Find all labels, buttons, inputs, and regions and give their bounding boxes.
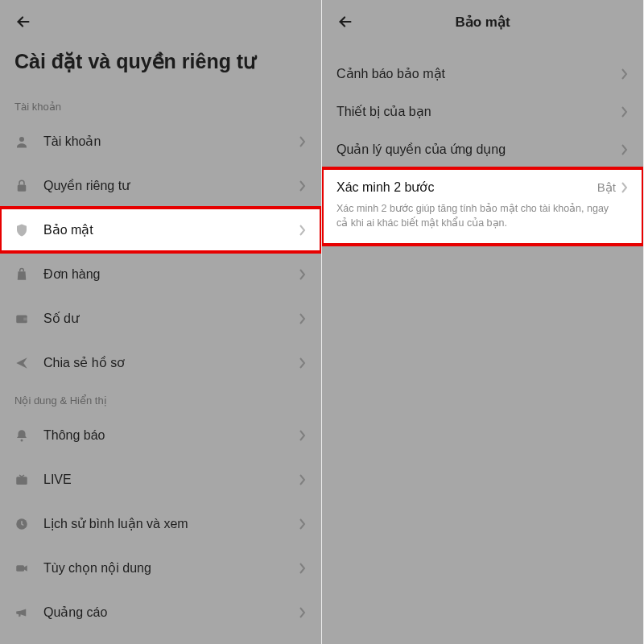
chevron-right-icon bbox=[299, 180, 307, 192]
list-item-label: Lịch sử bình luận và xem bbox=[35, 516, 299, 531]
bag-icon bbox=[14, 267, 35, 282]
chevron-right-icon bbox=[299, 357, 307, 369]
list-item-label: Chia sẻ hồ sơ bbox=[35, 355, 299, 370]
chevron-right-icon bbox=[299, 563, 307, 574]
chevron-right-icon bbox=[299, 225, 307, 236]
chevron-right-icon bbox=[299, 474, 307, 485]
list-item-label: Bảo mật bbox=[35, 222, 299, 237]
user-icon bbox=[14, 134, 35, 149]
settings-screen: Cài đặt và quyền riêng tư Tài khoản Tài … bbox=[0, 0, 322, 644]
section-content-label: Nội dung & Hiển thị bbox=[0, 385, 321, 413]
chevron-right-icon bbox=[299, 136, 307, 147]
share-icon bbox=[14, 356, 35, 370]
item-value: Bật bbox=[597, 180, 616, 195]
sidebar-item-privacy[interactable]: Quyền riêng tư bbox=[0, 163, 321, 208]
sidebar-item-share-profile[interactable]: Chia sẻ hồ sơ bbox=[0, 341, 321, 385]
svg-rect-5 bbox=[16, 477, 27, 485]
header: Bảo mật bbox=[322, 0, 643, 43]
item-title: Quản lý quyền của ứng dụng bbox=[336, 142, 621, 157]
chevron-right-icon bbox=[621, 68, 629, 80]
header bbox=[0, 0, 321, 43]
svg-rect-7 bbox=[16, 565, 24, 572]
live-icon bbox=[14, 473, 35, 487]
sidebar-item-ads[interactable]: Quảng cáo bbox=[0, 590, 321, 634]
item-title: Xác minh 2 bước bbox=[336, 180, 597, 195]
security-screen: Bảo mật Cảnh báo bảo mật Thiết bị của bạ… bbox=[322, 0, 644, 644]
megaphone-icon bbox=[14, 605, 35, 620]
chevron-right-icon bbox=[299, 313, 307, 324]
svg-point-4 bbox=[21, 439, 23, 441]
sidebar-item-history[interactable]: Lịch sử bình luận và xem bbox=[0, 502, 321, 546]
chevron-right-icon bbox=[621, 144, 629, 155]
svg-point-0 bbox=[19, 137, 24, 142]
wallet-icon bbox=[14, 312, 35, 326]
chevron-right-icon bbox=[299, 518, 307, 530]
item-subtitle: Xác minh 2 bước giúp tăng tính bảo mật c… bbox=[336, 201, 610, 230]
sidebar-item-content-pref[interactable]: Tùy chọn nội dung bbox=[0, 546, 321, 590]
security-alerts-item[interactable]: Cảnh báo bảo mật bbox=[322, 55, 643, 93]
item-title: Thiết bị của bạn bbox=[336, 104, 621, 119]
sidebar-item-account[interactable]: Tài khoản bbox=[0, 119, 321, 163]
page-title: Cài đặt và quyền riêng tư bbox=[0, 43, 321, 91]
item-title: Cảnh báo bảo mật bbox=[336, 66, 621, 81]
back-arrow-icon bbox=[336, 13, 354, 31]
sidebar-item-live[interactable]: LIVE bbox=[0, 457, 321, 502]
chevron-right-icon bbox=[621, 182, 629, 193]
list-item-label: LIVE bbox=[35, 473, 299, 487]
chevron-right-icon bbox=[299, 607, 307, 618]
list-item-label: Số dư bbox=[35, 311, 299, 326]
back-button[interactable] bbox=[335, 11, 356, 32]
list-item-label: Đơn hàng bbox=[35, 266, 299, 282]
header-title: Bảo mật bbox=[455, 14, 510, 31]
section-account-label: Tài khoản bbox=[0, 91, 321, 119]
chevron-right-icon bbox=[299, 269, 307, 280]
app-permissions-item[interactable]: Quản lý quyền của ứng dụng bbox=[322, 130, 643, 168]
list-item-label: Thông báo bbox=[35, 428, 299, 443]
video-icon bbox=[14, 561, 35, 576]
list-item-label: Quyền riêng tư bbox=[35, 178, 299, 193]
list-item-label: Tài khoản bbox=[35, 134, 299, 149]
svg-rect-3 bbox=[23, 317, 27, 320]
svg-rect-1 bbox=[18, 184, 27, 191]
lock-icon bbox=[14, 179, 35, 193]
two-step-verify-item[interactable]: Xác minh 2 bước Bật Xác minh 2 bước giúp… bbox=[322, 168, 643, 245]
sidebar-item-security[interactable]: Bảo mật bbox=[0, 208, 321, 252]
back-button[interactable] bbox=[13, 11, 34, 32]
clock-icon bbox=[14, 517, 35, 531]
chevron-right-icon bbox=[299, 430, 307, 441]
bell-icon bbox=[14, 428, 35, 443]
shield-icon bbox=[14, 223, 35, 237]
your-devices-item[interactable]: Thiết bị của bạn bbox=[322, 93, 643, 130]
list-item-label: Tùy chọn nội dung bbox=[35, 560, 299, 576]
sidebar-item-balance[interactable]: Số dư bbox=[0, 296, 321, 341]
list-item-label: Quảng cáo bbox=[35, 605, 299, 620]
sidebar-item-notifications[interactable]: Thông báo bbox=[0, 413, 321, 457]
sidebar-item-orders[interactable]: Đơn hàng bbox=[0, 252, 321, 296]
chevron-right-icon bbox=[621, 106, 629, 118]
back-arrow-icon bbox=[14, 13, 32, 31]
